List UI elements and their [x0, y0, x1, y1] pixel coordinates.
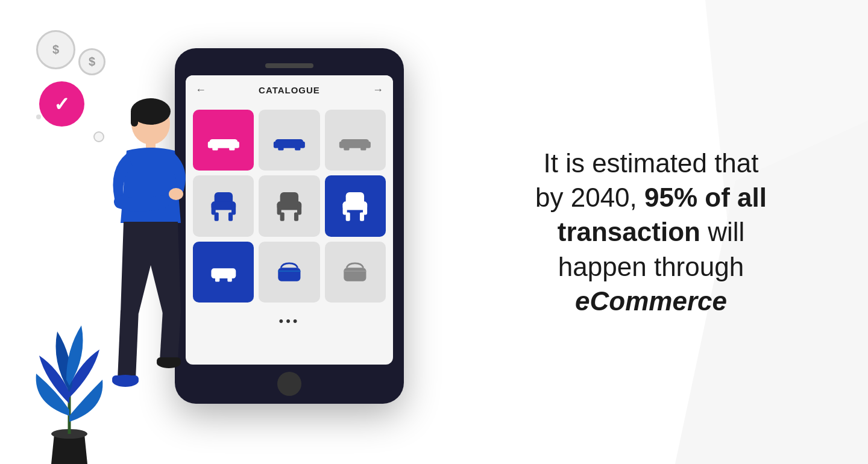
stat-line3-suffix: will — [700, 217, 744, 246]
svg-rect-20 — [301, 142, 305, 148]
svg-rect-51 — [344, 268, 366, 281]
tablet-screen: ← CATALOGUE → — [186, 75, 393, 365]
screen-header: ← CATALOGUE → — [186, 75, 393, 105]
svg-rect-16 — [212, 147, 218, 151]
tablet-illustration: ← CATALOGUE → — [175, 48, 404, 404]
svg-rect-45 — [360, 213, 364, 221]
svg-rect-24 — [339, 142, 344, 148]
svg-rect-13 — [209, 139, 237, 148]
svg-rect-46 — [211, 269, 236, 279]
svg-rect-26 — [344, 147, 350, 151]
coin-decoration-1: $ — [36, 30, 75, 69]
stat-line4: happen through — [558, 252, 744, 281]
catalogue-cell-3 — [325, 110, 386, 171]
coin-decoration-2: $ — [78, 48, 105, 75]
stat-line3-bold: transaction — [558, 217, 700, 246]
svg-rect-25 — [366, 142, 371, 148]
svg-rect-44 — [346, 213, 350, 221]
stat-text-block: It is estimated that by 2040, 95% of all… — [535, 146, 767, 318]
person-illustration — [84, 84, 205, 440]
stat-line1: It is estimated that — [543, 148, 758, 178]
svg-rect-48 — [227, 278, 231, 282]
svg-rect-23 — [341, 139, 369, 148]
svg-rect-15 — [234, 142, 239, 148]
tablet-home-button — [277, 372, 301, 396]
svg-rect-47 — [215, 278, 219, 282]
svg-rect-18 — [275, 139, 303, 148]
deco-dot-2 — [36, 114, 41, 119]
catalogue-cell-5 — [259, 175, 319, 236]
svg-rect-21 — [278, 147, 283, 151]
svg-rect-38 — [280, 213, 285, 221]
svg-point-6 — [169, 188, 183, 200]
svg-rect-14 — [208, 142, 212, 148]
svg-rect-17 — [229, 147, 234, 151]
catalogue-cell-9 — [325, 242, 386, 303]
svg-rect-22 — [295, 147, 300, 151]
stat-section: It is estimated that by 2040, 95% of all… — [434, 0, 868, 464]
svg-rect-8 — [112, 375, 139, 383]
catalogue-cell-8 — [259, 242, 319, 303]
svg-rect-39 — [294, 213, 298, 221]
nav-right-arrow: → — [373, 84, 383, 96]
stat-line2-bold: 95% of all — [644, 183, 767, 212]
tablet-notch — [265, 63, 313, 68]
catalogue-title: CATALOGUE — [259, 85, 320, 95]
screen-dots: ••• — [186, 307, 393, 335]
svg-rect-19 — [274, 142, 278, 148]
svg-rect-33 — [228, 213, 233, 221]
catalogue-grid — [186, 105, 393, 307]
check-circle — [39, 81, 84, 127]
catalogue-cell-2 — [259, 110, 319, 171]
stat-line5: eCommerce — [575, 286, 727, 316]
svg-rect-49 — [278, 268, 300, 281]
svg-rect-27 — [361, 147, 366, 151]
stat-line2-prefix: by 2040, — [535, 183, 644, 212]
svg-rect-10 — [157, 357, 181, 365]
svg-rect-4 — [131, 110, 138, 127]
catalogue-cell-6 — [325, 175, 386, 236]
svg-rect-32 — [214, 213, 218, 221]
